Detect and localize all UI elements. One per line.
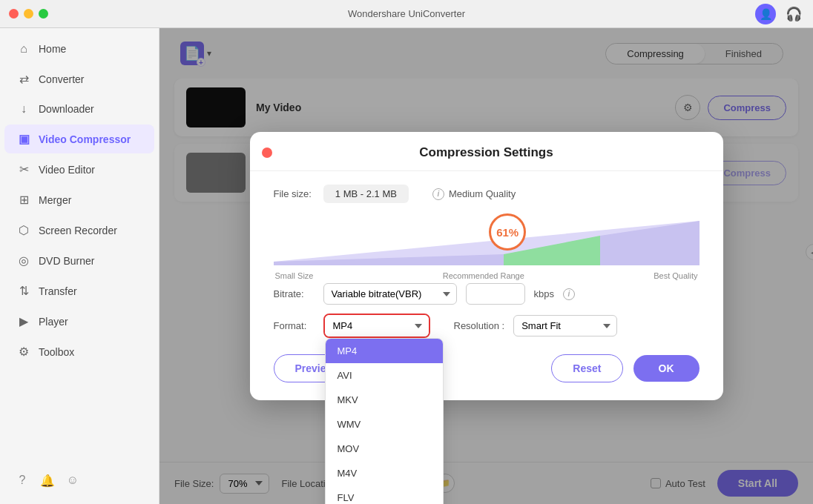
support-icon[interactable]: 🎧 [783, 4, 804, 24]
video-compressor-icon: ▣ [16, 132, 31, 146]
dropdown-item-flv[interactable]: FLV [326, 485, 443, 504]
screen-recorder-icon: ⬡ [16, 223, 31, 237]
compression-chart [274, 213, 700, 265]
format-row: Format: MP4 AVI MKV WMV MOV M4V FLV WebM [274, 314, 700, 338]
sidebar-label-player: Player [39, 316, 68, 328]
percent-badge: 61% [489, 213, 526, 251]
format-select-wrapper: MP4 AVI MKV WMV MOV M4V FLV WebM [323, 314, 430, 338]
modal-footer: Preview ✂ Reset OK [250, 354, 723, 382]
player-icon: ▶ [16, 314, 31, 328]
file-size-modal-value: 1 MB - 2.1 MB [323, 185, 409, 203]
sidebar-item-video-compressor[interactable]: ▣ Video Compressor [4, 125, 154, 153]
quality-label: i Medium Quality [432, 188, 516, 200]
toolbox-icon: ⚙ [16, 345, 31, 359]
bitrate-select[interactable]: Variable bitrate(VBR) Constant bitrate(C… [323, 283, 457, 305]
merger-icon: ⊞ [16, 193, 31, 207]
modal-overlay: Compression Settings File size: 1 MB - 2… [159, 28, 813, 504]
sidebar-item-converter[interactable]: ⇄ Converter [4, 64, 154, 93]
title-bar-right: 👤 🎧 [755, 4, 804, 24]
sidebar-item-player[interactable]: ▶ Player [4, 307, 154, 336]
user-avatar[interactable]: 👤 [755, 4, 776, 24]
ok-button[interactable]: OK [633, 355, 700, 382]
content-area: 📄 + ▾ Compressing Finished My Video ⚙ Co… [159, 28, 813, 504]
video-editor-icon: ✂ [16, 162, 31, 176]
sidebar-label-converter: Converter [39, 73, 84, 85]
dropdown-item-avi[interactable]: AVI [326, 363, 443, 388]
sidebar-label-transfer: Transfer [39, 285, 77, 297]
minimize-button[interactable] [24, 9, 33, 19]
sidebar-label-dvd-burner: DVD Burner [39, 255, 94, 267]
dropdown-item-mov[interactable]: MOV [326, 437, 443, 461]
home-icon: ⌂ [16, 42, 31, 56]
feedback-icon[interactable]: ☺ [62, 470, 83, 491]
quality-text: Medium Quality [449, 188, 516, 199]
downloader-icon: ↓ [16, 102, 31, 116]
bitrate-row: Bitrate: Variable bitrate(VBR) Constant … [274, 283, 700, 305]
sidebar: ⌂ Home ⇄ Converter ↓ Downloader ▣ Video … [0, 28, 159, 504]
sidebar-item-toolbox[interactable]: ⚙ Toolbox [4, 337, 154, 366]
sidebar-item-home[interactable]: ⌂ Home [4, 35, 154, 63]
window-controls[interactable] [9, 9, 48, 19]
modal-close-dot[interactable] [262, 147, 272, 158]
sidebar-item-transfer[interactable]: ⇅ Transfer [4, 276, 154, 305]
dropdown-item-mkv[interactable]: MKV [326, 388, 443, 412]
dropdown-item-mp4[interactable]: MP4 [326, 339, 443, 363]
maximize-button[interactable] [39, 9, 48, 19]
dropdown-item-m4v[interactable]: M4V [326, 461, 443, 485]
modal-header: Compression Settings [250, 132, 723, 171]
sidebar-item-merger[interactable]: ⊞ Merger [4, 185, 154, 214]
compression-settings-modal: Compression Settings File size: 1 MB - 2… [250, 132, 723, 400]
info-icon[interactable]: i [432, 188, 444, 200]
chart-area: 61% Small Size [274, 213, 700, 273]
kbps-label: kbps [534, 288, 554, 299]
reset-button[interactable]: Reset [551, 354, 622, 382]
file-size-modal-label: File size: [274, 188, 312, 199]
file-size-row: File size: 1 MB - 2.1 MB i Medium Qualit… [274, 185, 700, 203]
sidebar-label-video-editor: Video Editor [39, 164, 95, 176]
sidebar-item-video-editor[interactable]: ✂ Video Editor [4, 155, 154, 184]
app-title: Wondershare UniConverter [348, 8, 465, 19]
sidebar-label-merger: Merger [39, 194, 71, 206]
chart-labels: Small Size Recommended Range Best Qualit… [274, 271, 700, 280]
sidebar-label-toolbox: Toolbox [39, 346, 74, 358]
title-bar: Wondershare UniConverter 👤 🎧 [0, 0, 813, 28]
chart-label-recommended: Recommended Range [443, 271, 524, 280]
kbps-info-icon[interactable]: i [563, 288, 575, 300]
dropdown-item-wmv[interactable]: WMV [326, 412, 443, 437]
dvd-burner-icon: ◎ [16, 253, 31, 268]
percent-value: 61% [496, 226, 519, 239]
main-layout: ⌂ Home ⇄ Converter ↓ Downloader ▣ Video … [0, 28, 813, 504]
modal-title: Compression Settings [419, 145, 553, 160]
close-button[interactable] [9, 9, 19, 19]
sidebar-item-screen-recorder[interactable]: ⬡ Screen Recorder [4, 216, 154, 245]
sidebar-label-video-compressor: Video Compressor [39, 133, 131, 145]
transfer-icon: ⇅ [16, 284, 31, 298]
chart-label-small: Small Size [275, 271, 314, 280]
kbps-input[interactable] [466, 283, 525, 305]
resolution-select[interactable]: Smart Fit 1080p 720p 480p 360p [513, 315, 617, 336]
notification-icon[interactable]: 🔔 [37, 470, 58, 491]
resolution-label: Resolution : [454, 320, 505, 331]
format-dropdown: MP4 AVI MKV WMV MOV M4V FLV WebM [325, 338, 444, 504]
bitrate-label: Bitrate: [274, 288, 315, 299]
sidebar-label-downloader: Downloader [39, 103, 94, 115]
sidebar-bottom: ? 🔔 ☺ [0, 462, 159, 498]
format-select[interactable]: MP4 AVI MKV WMV MOV M4V FLV WebM [325, 315, 429, 336]
format-label: Format: [274, 320, 315, 331]
sidebar-label-home: Home [39, 43, 66, 55]
sidebar-item-downloader[interactable]: ↓ Downloader [4, 95, 154, 123]
modal-body: File size: 1 MB - 2.1 MB i Medium Qualit… [250, 171, 723, 338]
converter-icon: ⇄ [16, 72, 31, 86]
chart-label-best: Best Quality [654, 271, 697, 280]
help-icon[interactable]: ? [12, 470, 33, 491]
sidebar-label-screen-recorder: Screen Recorder [39, 225, 117, 236]
sidebar-item-dvd-burner[interactable]: ◎ DVD Burner [4, 246, 154, 275]
